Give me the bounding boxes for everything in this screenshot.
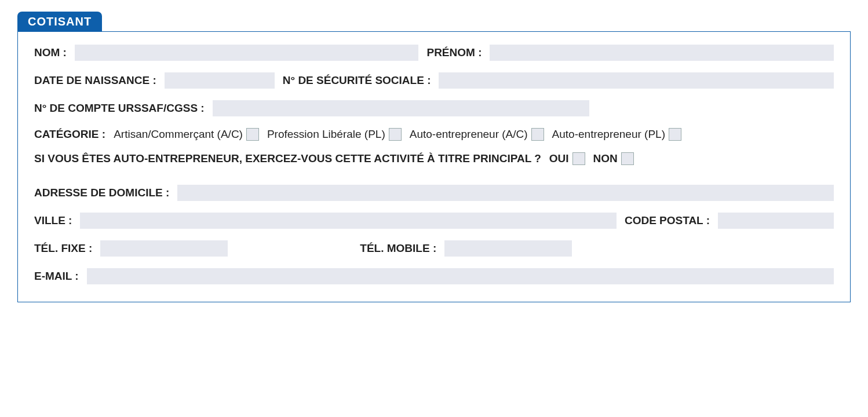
label-categorie: CATÉGORIE : (34, 128, 105, 141)
input-dob[interactable] (165, 72, 275, 89)
label-email: E-MAIL : (34, 270, 79, 283)
label-auto-principal: SI VOUS ÊTES AUTO-ENTREPRENEUR, EXERCEZ-… (34, 152, 541, 165)
opt-profession-liberale-label: Profession Libérale (PL) (267, 128, 385, 141)
label-prenom: PRÉNOM : (426, 46, 482, 59)
input-adresse[interactable] (177, 185, 834, 201)
opt-auto-entrepreneur-ac-label: Auto-entrepreneur (A/C) (410, 128, 528, 141)
label-ssn: N° DE SÉCURITÉ SOCIALE : (283, 74, 431, 87)
label-adresse: ADRESSE DE DOMICILE : (34, 186, 169, 199)
row-ville-cp: VILLE : CODE POSTAL : (34, 213, 834, 229)
input-ville[interactable] (80, 213, 616, 229)
row-categorie: CATÉGORIE : Artisan/Commerçant (A/C) Pro… (34, 128, 834, 141)
opt-profession-liberale: Profession Libérale (PL) (267, 128, 402, 141)
input-ssn[interactable] (439, 72, 834, 89)
input-tel-mobile[interactable] (444, 240, 572, 257)
input-urssaf[interactable] (213, 100, 589, 116)
input-email[interactable] (87, 268, 834, 284)
label-nom: NOM : (34, 46, 67, 59)
checkbox-artisan-commercant[interactable] (246, 128, 259, 141)
section-tab-cotisant: COTISANT (17, 12, 102, 32)
label-tel-fixe: TÉL. FIXE : (34, 242, 92, 255)
checkbox-auto-entrepreneur-ac[interactable] (531, 128, 544, 141)
row-urssaf: N° DE COMPTE URSSAF/CGSS : (34, 100, 834, 116)
label-tel-mobile: TÉL. MOBILE : (360, 242, 436, 255)
checkbox-profession-liberale[interactable] (389, 128, 402, 141)
row-email: E-MAIL : (34, 268, 834, 284)
row-tel: TÉL. FIXE : TÉL. MOBILE : (34, 240, 834, 257)
row-dob-ssn: DATE DE NAISSANCE : N° DE SÉCURITÉ SOCIA… (34, 72, 834, 89)
label-dob: DATE DE NAISSANCE : (34, 74, 156, 87)
label-urssaf: N° DE COMPTE URSSAF/CGSS : (34, 102, 205, 115)
input-nom[interactable] (75, 45, 419, 61)
checkbox-non[interactable] (621, 152, 634, 165)
opt-auto-entrepreneur-pl-label: Auto-entrepreneur (PL) (552, 128, 665, 141)
checkbox-oui[interactable] (572, 152, 585, 165)
opt-non: NON (593, 152, 634, 165)
label-ville: VILLE : (34, 214, 72, 227)
checkbox-auto-entrepreneur-pl[interactable] (669, 128, 681, 141)
input-prenom[interactable] (490, 45, 834, 61)
opt-artisan-commercant: Artisan/Commerçant (A/C) (114, 128, 259, 141)
input-tel-fixe[interactable] (100, 240, 228, 257)
cotisant-form: NOM : PRÉNOM : DATE DE NAISSANCE : N° DE… (17, 31, 851, 302)
opt-auto-entrepreneur-ac: Auto-entrepreneur (A/C) (410, 128, 544, 141)
label-non: NON (593, 152, 618, 165)
input-cp[interactable] (718, 213, 834, 229)
label-oui: OUI (549, 152, 569, 165)
opt-artisan-commercant-label: Artisan/Commerçant (A/C) (114, 128, 243, 141)
label-cp: CODE POSTAL : (625, 214, 710, 227)
opt-oui: OUI (549, 152, 585, 165)
row-adresse: ADRESSE DE DOMICILE : (34, 185, 834, 201)
row-auto-principal: SI VOUS ÊTES AUTO-ENTREPRENEUR, EXERCEZ-… (34, 152, 834, 165)
row-nom-prenom: NOM : PRÉNOM : (34, 45, 834, 61)
opt-auto-entrepreneur-pl: Auto-entrepreneur (PL) (552, 128, 681, 141)
